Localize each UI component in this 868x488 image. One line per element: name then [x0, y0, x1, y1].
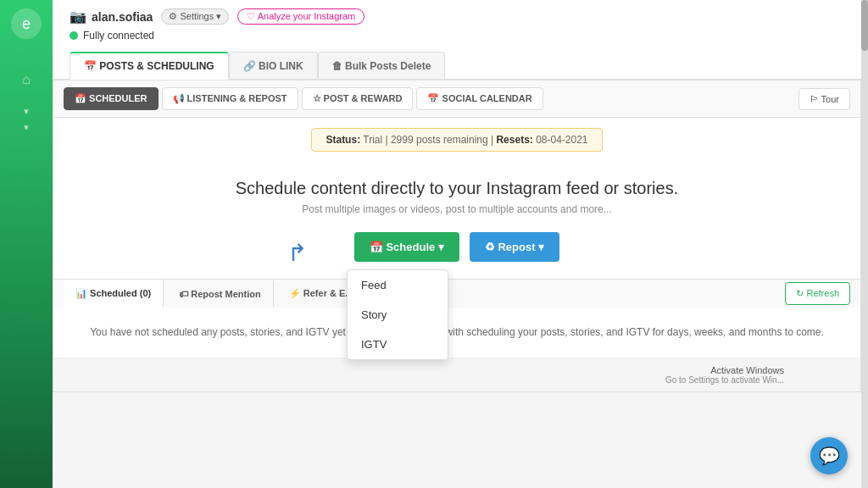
chat-bubble[interactable]: 💬 [810, 437, 848, 474]
dropdown-story[interactable]: Story [348, 300, 448, 330]
empty-state-text: You have not scheduled any posts, storie… [90, 326, 824, 338]
status-bar-container: Status: Trial | 2999 posts remaining | R… [53, 128, 860, 152]
tab-social-calendar[interactable]: 📅 SOCIAL CALENDAR [416, 87, 542, 110]
connected-label: Fully connected [83, 30, 154, 42]
empty-state: You have not scheduled any posts, storie… [53, 308, 860, 358]
bulk-delete-label: 🗑 Bulk Posts Delete [332, 60, 431, 72]
main-content: 📷 alan.sofiaa ⚙ Settings ▾ ♡ Analyze you… [53, 0, 861, 488]
account-username: alan.sofiaa [92, 10, 153, 24]
listening-repost-label: 📢 LISTENING & REPOST [173, 93, 287, 104]
tab-bio-link[interactable]: 🔗 BIO LINK [229, 52, 318, 79]
post-reward-label: ☆ POST & REWARD [313, 93, 403, 104]
main-heading: Schedule content directly to your Instag… [70, 179, 843, 198]
activate-windows-label: Activate Windows [710, 365, 784, 375]
scrollbar-track[interactable] [861, 0, 868, 488]
header: 📷 alan.sofiaa ⚙ Settings ▾ ♡ Analyze you… [53, 0, 861, 80]
windows-settings-notice: Go to Settings to activate Win... [665, 375, 784, 385]
scheduler-label: 📅 SCHEDULER [75, 93, 147, 104]
tab-listening-repost[interactable]: 📢 LISTENING & REPOST [162, 87, 298, 110]
analyze-button[interactable]: ♡ Analyze your Instagram [237, 8, 364, 25]
bio-link-label: 🔗 BIO LINK [243, 60, 303, 72]
sidebar-item-home[interactable]: ⌂ [11, 64, 42, 95]
tab-scheduled[interactable]: 📊 Scheduled (0) [64, 280, 164, 308]
tour-button[interactable]: 🏳 Tour [798, 88, 850, 110]
chat-icon: 💬 [819, 446, 840, 466]
social-calendar-label: 📅 SOCIAL CALENDAR [427, 93, 531, 104]
repost-button[interactable]: ♻ Repost ▾ [470, 232, 559, 262]
sidebar-logo[interactable]: e [11, 8, 42, 39]
bottom-tabs: 📊 Scheduled (0) 🏷 Repost Mention ⚡ Refer… [53, 279, 860, 308]
logo-icon: e [22, 15, 31, 33]
status-bar: Status: Trial | 2999 posts remaining | R… [311, 128, 602, 152]
schedule-button[interactable]: 📅 Schedule ▾ [354, 232, 459, 262]
trial-label: Trial | [363, 134, 391, 146]
sidebar-chevron-1[interactable]: ▼ [22, 107, 31, 116]
scrollbar-thumb[interactable] [861, 0, 868, 51]
activate-windows-text: Activate Windows [710, 365, 784, 375]
schedule-dropdown: Feed Story IGTV [347, 269, 448, 360]
repost-mention-label: 🏷 Repost Mention [179, 289, 261, 299]
instagram-icon: 📷 [70, 8, 86, 25]
account-name: 📷 alan.sofiaa [70, 8, 153, 25]
tab-scheduler[interactable]: 📅 SCHEDULER [64, 87, 159, 110]
resets-date: 08-04-2021 [536, 134, 587, 146]
posts-scheduling-label: 📅 POSTS & SCHEDULING [84, 60, 214, 72]
sidebar-chevron-2[interactable]: ▼ [22, 123, 31, 132]
posts-remaining: 2999 posts remaining | [391, 134, 497, 146]
refresh-button[interactable]: ↻ Refresh [785, 282, 850, 305]
connection-status: Fully connected [70, 30, 844, 48]
sidebar: e ⌂ ▼ ▼ [0, 0, 53, 488]
content-panel: 📅 SCHEDULER 📢 LISTENING & REPOST ☆ POST … [53, 80, 861, 392]
account-row: 📷 alan.sofiaa ⚙ Settings ▾ ♡ Analyze you… [70, 8, 844, 30]
dropdown-feed[interactable]: Feed [348, 270, 448, 300]
tab-bulk-delete[interactable]: 🗑 Bulk Posts Delete [318, 52, 446, 79]
primary-tabs: 📅 POSTS & SCHEDULING 🔗 BIO LINK 🗑 Bulk P… [70, 52, 844, 79]
settings-button[interactable]: ⚙ Settings ▾ [161, 8, 229, 25]
tab-posts-scheduling[interactable]: 📅 POSTS & SCHEDULING [70, 52, 229, 80]
content-body: Schedule content directly to your Instag… [53, 162, 860, 279]
refer-label: ⚡ Refer & E... [289, 288, 353, 299]
dropdown-igtv[interactable]: IGTV [348, 330, 448, 359]
sub-heading: Post multiple images or videos, post to … [70, 203, 843, 215]
resets-label: Resets: [496, 134, 532, 146]
connected-dot [70, 31, 78, 40]
tab-post-reward[interactable]: ☆ POST & REWARD [302, 87, 414, 110]
secondary-tabs: 📅 SCHEDULER 📢 LISTENING & REPOST ☆ POST … [53, 80, 860, 118]
arrow-illustration: ↱ [287, 239, 307, 267]
action-buttons: ↱ 📅 Schedule ▾ ♻ Repost ▾ Feed Story IGT… [70, 232, 843, 262]
windows-notice-bar: Activate Windows Go to Settings to activ… [53, 358, 860, 391]
scheduled-label: 📊 Scheduled (0) [75, 288, 151, 299]
status-label: Status: [326, 134, 360, 146]
tab-repost-mention[interactable]: 🏷 Repost Mention [167, 280, 274, 308]
